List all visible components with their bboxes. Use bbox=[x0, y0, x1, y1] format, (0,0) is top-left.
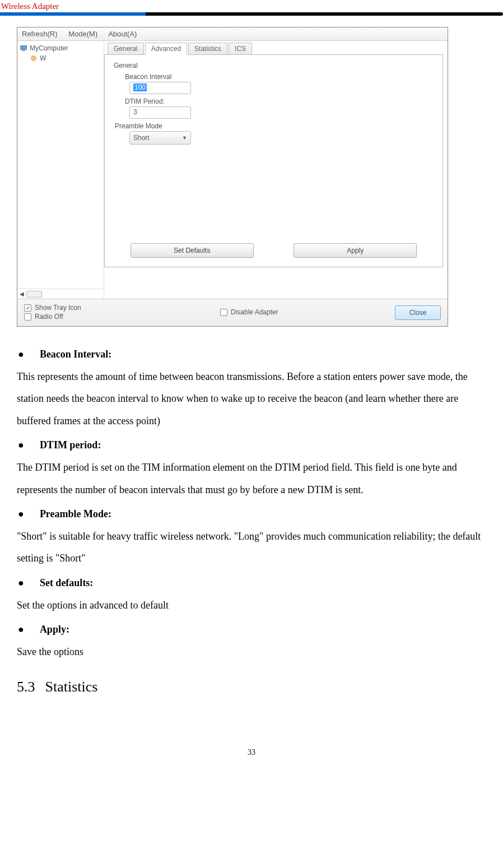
preamble-mode-heading: Preamble Mode: bbox=[40, 503, 111, 526]
side-tree: MyComputer W ◀ bbox=[17, 41, 104, 299]
menu-bar: Refresh(R) Mode(M) About(A) bbox=[17, 27, 448, 41]
checkbox-unchecked-icon bbox=[220, 309, 227, 316]
computer-icon bbox=[20, 44, 27, 52]
tab-ics[interactable]: ICS bbox=[229, 43, 252, 55]
show-tray-icon-checkbox[interactable]: ✓ Show Tray Icon bbox=[24, 304, 81, 312]
set-defaults-paragraph: Set the options in advanced to default bbox=[17, 595, 486, 617]
tab-advanced[interactable]: Advanced bbox=[145, 43, 187, 55]
bullet-icon: ● bbox=[18, 572, 24, 595]
checkbox-checked-icon: ✓ bbox=[24, 304, 31, 312]
panel-section-label: General bbox=[114, 62, 434, 69]
dtim-period-paragraph: The DTIM period is set on the TIM inform… bbox=[17, 457, 486, 501]
section-number: 5.3 bbox=[17, 679, 35, 695]
set-defaults-heading: Set defaults: bbox=[40, 572, 94, 595]
page-number: 33 bbox=[0, 748, 503, 768]
tree-scrollbar[interactable]: ◀ bbox=[17, 289, 104, 299]
chevron-down-icon: ▼ bbox=[182, 135, 187, 141]
bullet-icon: ● bbox=[18, 344, 24, 366]
preamble-mode-value: Short bbox=[133, 134, 150, 142]
preamble-mode-select[interactable]: Short ▼ bbox=[129, 131, 191, 145]
menu-about[interactable]: About(A) bbox=[108, 30, 137, 38]
menu-mode[interactable]: Mode(M) bbox=[68, 30, 97, 38]
header-divider bbox=[0, 12, 503, 16]
document-body: ● Beacon Interval: This represents the a… bbox=[17, 344, 486, 703]
checkbox-unchecked-icon bbox=[24, 313, 31, 321]
svg-point-2 bbox=[31, 56, 36, 61]
bottom-bar: ✓ Show Tray Icon Radio Off Disable Adapt… bbox=[17, 299, 448, 326]
bullet-icon: ● bbox=[18, 503, 24, 526]
beacon-interval-paragraph: This represents the amount of time betwe… bbox=[17, 366, 486, 433]
radio-off-label: Radio Off bbox=[35, 313, 63, 321]
adapter-icon bbox=[30, 54, 38, 62]
svg-rect-1 bbox=[22, 50, 25, 52]
show-tray-icon-label: Show Tray Icon bbox=[35, 304, 81, 312]
beacon-interval-label: Beacon Interval bbox=[125, 73, 434, 81]
disable-adapter-checkbox[interactable]: Disable Adapter bbox=[220, 308, 278, 316]
disable-adapter-label: Disable Adapter bbox=[231, 308, 278, 316]
menu-refresh[interactable]: Refresh(R) bbox=[22, 30, 58, 38]
radio-off-checkbox[interactable]: Radio Off bbox=[24, 313, 81, 321]
tree-root-label: MyComputer bbox=[30, 44, 68, 52]
dtim-period-label: DTIM Period: bbox=[125, 98, 434, 105]
section-heading: 5.3Statistics bbox=[17, 671, 486, 703]
tree-root[interactable]: MyComputer bbox=[20, 44, 101, 52]
tree-sub-label: W bbox=[40, 54, 46, 62]
app-window: Refresh(R) Mode(M) About(A) MyComputer W bbox=[17, 27, 448, 327]
close-button[interactable]: Close bbox=[395, 305, 441, 320]
tab-statistics[interactable]: Statistics bbox=[188, 43, 227, 55]
preamble-mode-paragraph: "Short" is suitable for heavy traffic wi… bbox=[17, 526, 486, 570]
apply-button[interactable]: Apply bbox=[294, 243, 417, 258]
apply-paragraph: Save the options bbox=[17, 641, 486, 663]
tree-sub[interactable]: W bbox=[30, 54, 101, 62]
dtim-period-heading: DTIM period: bbox=[40, 434, 101, 457]
apply-heading: Apply: bbox=[40, 619, 69, 641]
set-defaults-button[interactable]: Set Defaults bbox=[131, 243, 254, 258]
tab-general[interactable]: General bbox=[108, 43, 144, 55]
advanced-panel: General Beacon Interval 100 DTIM Period:… bbox=[104, 54, 443, 267]
beacon-interval-heading: Beacon Interval: bbox=[40, 344, 111, 366]
preamble-mode-label: Preamble Mode bbox=[115, 122, 434, 130]
dtim-period-input[interactable]: 3 bbox=[129, 106, 191, 119]
beacon-interval-input[interactable]: 100 bbox=[129, 82, 191, 94]
section-title: Statistics bbox=[45, 679, 98, 695]
bullet-icon: ● bbox=[18, 619, 24, 641]
bullet-icon: ● bbox=[18, 434, 24, 457]
tab-strip: General Advanced Statistics ICS bbox=[108, 42, 443, 54]
svg-rect-0 bbox=[21, 46, 27, 50]
page-header-title: Wireless Adapter bbox=[0, 2, 59, 11]
